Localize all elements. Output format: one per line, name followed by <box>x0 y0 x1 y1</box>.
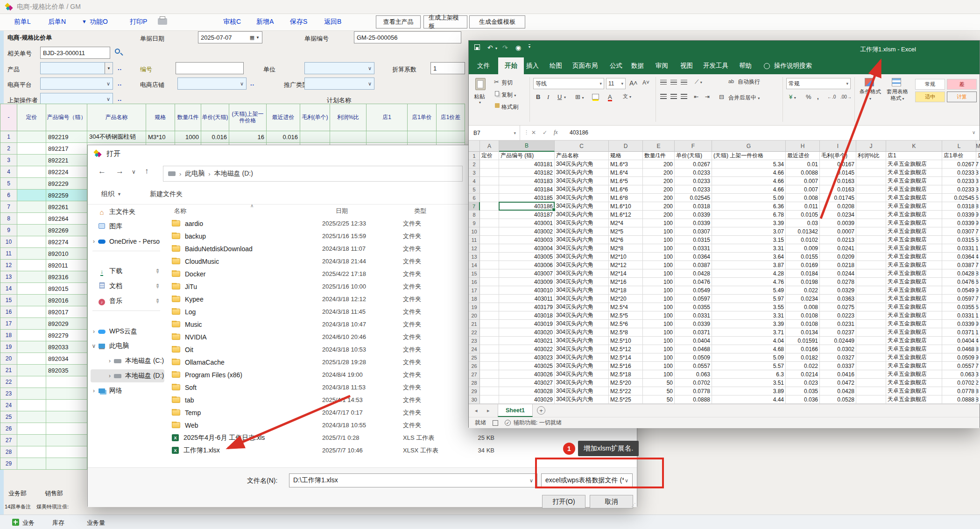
excel-cell[interactable] <box>856 169 886 177</box>
erp-row-number[interactable]: 24 <box>0 400 17 411</box>
erp-grid-cell[interactable]: 892224 <box>46 166 87 178</box>
excel-cell[interactable]: 403185 <box>499 194 555 202</box>
excel-col-header-L[interactable]: L <box>942 141 976 152</box>
excel-cell[interactable]: 200 <box>643 160 675 169</box>
excel-cell[interactable]: 最近进价 <box>786 152 820 160</box>
excel-cell[interactable]: 0.0371 <box>942 328 976 337</box>
excel-cell[interactable]: 100 <box>643 337 675 345</box>
erp-grid-cell[interactable] <box>17 458 46 470</box>
confirm-entry-icon[interactable]: ✓ <box>543 129 547 136</box>
sidebar-item-drive[interactable]: ›本地磁盘 (C:) <box>91 354 164 367</box>
excel-cell[interactable]: 0.035 <box>786 387 820 395</box>
align-right-icon[interactable] <box>681 94 687 99</box>
excel-cell[interactable]: 0.0339 <box>675 211 712 219</box>
excel-cell[interactable]: M2*8 <box>609 244 643 253</box>
excel-row-header-16[interactable]: 16 <box>469 278 480 286</box>
macro-record-icon[interactable] <box>493 420 498 426</box>
erp-grid-cell[interactable] <box>46 423 87 435</box>
ribbon-tab-tab[interactable]: 页面布局 <box>571 57 599 74</box>
excel-cell[interactable]: M2.5*20 <box>609 379 643 387</box>
product-combo[interactable]: ▼ <box>40 62 113 74</box>
erp-grid-cell[interactable]: M3*10 <box>146 131 175 143</box>
excel-cell[interactable]: M1.6*12 <box>609 211 643 219</box>
excel-cell[interactable]: 304沉头内六角 <box>555 177 609 185</box>
excel-cell[interactable]: 304沉头内六角 <box>555 337 609 345</box>
erp-col-header[interactable]: 产品编号（猫） <box>46 104 87 131</box>
erp-grid-cell[interactable] <box>17 271 46 283</box>
excel-cell[interactable]: 天卓五金旗舰店 <box>886 278 942 286</box>
excel-cell[interactable]: 4.66 <box>712 177 786 185</box>
formula-separator-icon[interactable]: ⋮ <box>524 129 529 135</box>
decrease-decimal-icon[interactable]: .00→ <box>840 95 852 99</box>
excel-cell[interactable]: 0.063 <box>976 370 980 379</box>
excel-cell[interactable]: 0.0241 <box>820 244 856 253</box>
excel-cell[interactable]: 0.0233 <box>976 177 980 185</box>
excel-cell[interactable]: 天卓五金旗舰店 <box>886 253 942 261</box>
format-as-table-button[interactable]: 套用表格格式 ▾ <box>885 88 909 102</box>
excel-cell[interactable]: 店1价差 <box>976 152 980 160</box>
excel-cell[interactable]: 304沉头内六角 <box>555 320 609 328</box>
excel-cell[interactable] <box>480 236 499 244</box>
excel-cell[interactable]: 天卓五金旗舰店 <box>886 295 942 303</box>
excel-cell[interactable]: 3.51 <box>712 379 786 387</box>
excel-cell[interactable] <box>480 244 499 253</box>
erp-row-number[interactable]: 3 <box>0 155 17 166</box>
excel-cell[interactable]: M1.6*8 <box>609 194 643 202</box>
excel-cell[interactable] <box>480 219 499 227</box>
excel-row-header-11[interactable]: 11 <box>469 236 480 244</box>
excel-cell[interactable]: 0.02545 <box>942 194 976 202</box>
excel-cell[interactable]: 6.3 <box>712 370 786 379</box>
excel-cell[interactable]: 5.57 <box>712 362 786 370</box>
align-left-icon[interactable] <box>660 94 667 99</box>
excel-cell[interactable]: 403007 <box>499 269 555 278</box>
erp-row-number[interactable]: 10 <box>0 236 17 248</box>
insert-function-icon[interactable]: fx <box>554 129 558 136</box>
select-all-corner[interactable] <box>469 141 480 152</box>
excel-cell[interactable]: 100 <box>643 236 675 244</box>
name-box[interactable]: B7 ▾ <box>469 126 520 140</box>
excel-cell[interactable]: 定价 <box>480 152 499 160</box>
menu-add[interactable]: 新增A <box>256 18 274 26</box>
excel-cell[interactable]: 0.0702 <box>675 379 712 387</box>
chevron-right-icon[interactable]: › <box>91 388 97 394</box>
excel-col-header-I[interactable]: I <box>820 141 856 152</box>
excel-cell[interactable]: 0.0331 <box>675 244 712 253</box>
cell-style-bad[interactable]: 差 <box>947 79 977 90</box>
excel-cell[interactable]: 100 <box>643 303 675 311</box>
excel-cell[interactable]: 天卓五金旗舰店 <box>886 177 942 185</box>
excel-cell[interactable]: 403179 <box>499 303 555 311</box>
excel-cell[interactable]: 403026 <box>499 370 555 379</box>
cancel-entry-icon[interactable]: ✕ <box>531 129 536 136</box>
excel-cell[interactable]: 0.0039 <box>820 219 856 227</box>
excel-cell[interactable]: 3.39 <box>712 320 786 328</box>
excel-cell[interactable] <box>480 261 499 269</box>
excel-cell[interactable]: 0.0331 <box>675 311 712 320</box>
excel-cell[interactable]: 0.0233 <box>976 169 980 177</box>
erp-col-header[interactable]: 毛利(单个) <box>300 104 330 131</box>
excel-row-header-6[interactable]: 6 <box>469 194 480 202</box>
format-painter-button[interactable]: 格式刷 <box>501 103 518 111</box>
erp-grid-cell[interactable] <box>46 458 87 470</box>
erp-grid-cell[interactable]: 892029 <box>46 318 87 330</box>
excel-cell[interactable] <box>480 353 499 362</box>
excel-cell[interactable] <box>480 253 499 261</box>
erp-col-header[interactable]: - <box>0 104 17 131</box>
menu-print[interactable]: 打印P <box>130 18 147 26</box>
excel-cell[interactable] <box>480 337 499 345</box>
excel-row-header-26[interactable]: 26 <box>469 362 480 370</box>
excel-cell[interactable]: 200 <box>643 194 675 202</box>
excel-cell[interactable]: 403022 <box>499 345 555 353</box>
excel-cell[interactable]: 0.0331 <box>976 311 980 320</box>
excel-cell[interactable]: 0.0416 <box>820 370 856 379</box>
excel-cell[interactable]: 0.0339 <box>675 219 712 227</box>
excel-cell[interactable]: M2*18 <box>609 286 643 295</box>
redo-icon[interactable]: ↷ <box>502 44 508 51</box>
excel-cell[interactable]: 403184 <box>499 185 555 194</box>
excel-cell[interactable]: 3.07 <box>712 227 786 236</box>
menu-back[interactable]: 返回B <box>324 18 341 26</box>
erp-row-number[interactable]: 22 <box>0 376 17 388</box>
excel-cell[interactable]: 403009 <box>499 278 555 286</box>
excel-cell[interactable]: 0.01342 <box>786 227 820 236</box>
unit-combo[interactable]: ∨ <box>304 62 374 74</box>
excel-cell[interactable]: 0.0233 <box>942 169 976 177</box>
